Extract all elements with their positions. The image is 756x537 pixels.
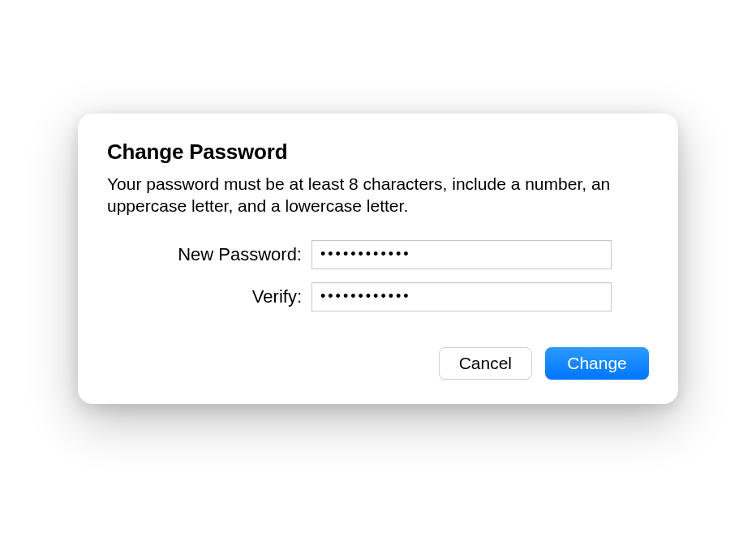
new-password-input[interactable]: [311, 240, 612, 269]
form-row-new-password: New Password:: [107, 240, 649, 269]
change-button[interactable]: Change: [545, 347, 649, 380]
cancel-button[interactable]: Cancel: [439, 347, 532, 380]
dialog-title: Change Password: [107, 140, 649, 165]
form-row-verify: Verify:: [107, 282, 649, 311]
new-password-label: New Password:: [107, 244, 311, 265]
dialog-description: Your password must be at least 8 charact…: [107, 173, 649, 217]
verify-label: Verify:: [107, 286, 311, 307]
verify-password-input[interactable]: [311, 282, 612, 311]
change-password-dialog: Change Password Your password must be at…: [78, 114, 678, 404]
dialog-button-row: Cancel Change: [107, 347, 649, 380]
